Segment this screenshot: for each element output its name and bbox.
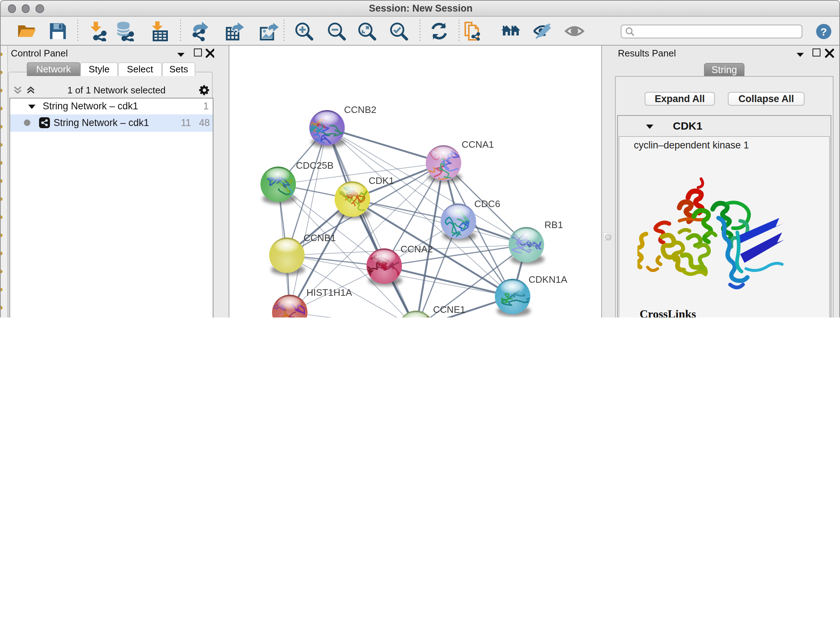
svg-text:CDK1: CDK1 xyxy=(369,175,394,186)
svg-text:RB1: RB1 xyxy=(545,219,563,230)
svg-text:CCNB2: CCNB2 xyxy=(344,104,376,115)
svg-text:CDC6: CDC6 xyxy=(474,198,500,209)
svg-text:CCNA2: CCNA2 xyxy=(401,244,433,255)
svg-text:CCNE1: CCNE1 xyxy=(433,304,465,315)
svg-text:HIST1H1A: HIST1H1A xyxy=(306,287,352,298)
svg-text:CDC25B: CDC25B xyxy=(296,160,333,171)
svg-text:CCNB1: CCNB1 xyxy=(303,233,336,243)
svg-text:CDKN1A: CDKN1A xyxy=(529,274,567,285)
svg-text:CCNA1: CCNA1 xyxy=(462,139,494,150)
